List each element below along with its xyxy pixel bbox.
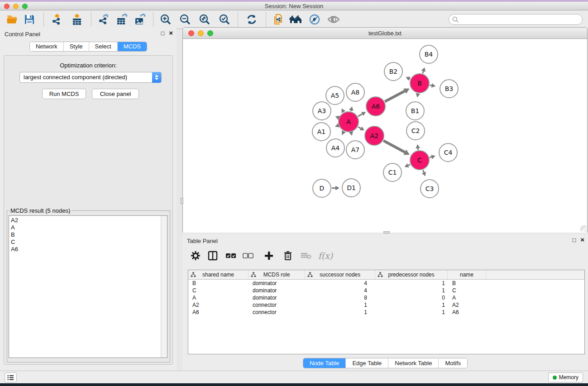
column-header-successor-nodes[interactable]: successor nodes bbox=[305, 270, 375, 279]
zoom-fit-icon bbox=[199, 14, 210, 25]
float-panel-icon[interactable]: □ bbox=[572, 237, 576, 243]
show-columns-button[interactable] bbox=[207, 250, 219, 262]
float-panel-icon[interactable]: □ bbox=[161, 30, 164, 37]
network-graph[interactable]: AA1A3A4A5A7A8A6A2BB1B2B3B4CC1C2C3C4DD1 bbox=[183, 39, 587, 233]
list-item[interactable]: C bbox=[9, 238, 167, 246]
graph-edge-A6-B[interactable] bbox=[385, 91, 405, 101]
table-row[interactable]: A6connector 11 A6 bbox=[188, 309, 584, 316]
optimization-criterion-label: Optimization criterion: bbox=[4, 62, 172, 69]
tab-edge-table[interactable]: Edge Table bbox=[345, 358, 388, 368]
graph-arrowhead bbox=[416, 93, 420, 98]
delete-table-button[interactable] bbox=[300, 250, 312, 262]
minimize-window-button[interactable] bbox=[198, 30, 204, 36]
graph-edge-C-C3[interactable] bbox=[423, 170, 424, 172]
table-row[interactable]: A2connector 11 A2 bbox=[188, 301, 584, 309]
delete-column-button[interactable] bbox=[282, 250, 294, 262]
graph-edge-B-B3[interactable] bbox=[430, 85, 432, 86]
graph-edge-A-A2[interactable] bbox=[358, 127, 361, 128]
home-button[interactable] bbox=[289, 13, 302, 26]
hide-annotations-button[interactable] bbox=[308, 13, 321, 26]
add-column-button[interactable] bbox=[263, 250, 275, 262]
task-history-button[interactable] bbox=[5, 372, 17, 382]
graph-node-label: A1 bbox=[317, 128, 325, 135]
function-builder-button[interactable]: f(x) bbox=[316, 250, 335, 262]
select-all-rows-button[interactable] bbox=[225, 250, 237, 262]
mcds-result-title: MCDS result (5 nodes) bbox=[9, 207, 72, 214]
close-panel-button[interactable]: Close panel bbox=[92, 89, 139, 99]
deselect-all-rows-button[interactable] bbox=[242, 250, 254, 262]
column-header-name[interactable]: name bbox=[448, 270, 486, 279]
export-image-button[interactable] bbox=[133, 13, 147, 26]
tab-network[interactable]: Network bbox=[30, 42, 63, 51]
network-window-title: testGlobe.txt bbox=[183, 28, 587, 39]
minimize-window-button[interactable] bbox=[13, 4, 19, 9]
network-window-controls bbox=[188, 30, 213, 36]
run-mcds-button[interactable]: Run MCDS bbox=[42, 89, 86, 99]
save-session-button[interactable] bbox=[23, 13, 36, 26]
resize-grip[interactable] bbox=[580, 225, 587, 232]
close-window-button[interactable] bbox=[4, 4, 10, 9]
status-bar: Memory bbox=[0, 371, 588, 383]
table-panel: Table Panel □ × bbox=[182, 234, 588, 371]
tab-mcds[interactable]: MCDS bbox=[117, 42, 147, 51]
panel-divider-handle[interactable] bbox=[383, 231, 390, 234]
show-details-button[interactable] bbox=[327, 13, 340, 26]
table-row[interactable]: Adominator 80 A bbox=[188, 294, 584, 301]
network-canvas[interactable]: AA1A3A4A5A7A8A6A2BB1B2B3B4CC1C2C3C4DD1 bbox=[183, 39, 587, 233]
scrollbar-track[interactable] bbox=[161, 216, 167, 357]
criterion-select[interactable]: largest connected component (directed) bbox=[19, 72, 162, 83]
zoom-window-button[interactable] bbox=[22, 4, 28, 9]
node-table: shared name MCDS role successor nodes pr… bbox=[188, 270, 585, 354]
column-header-shared-name[interactable]: shared name bbox=[188, 270, 249, 279]
open-session-button[interactable] bbox=[5, 13, 19, 26]
refresh-button[interactable] bbox=[245, 13, 258, 26]
tab-select[interactable]: Select bbox=[89, 42, 117, 51]
list-item[interactable]: A2 bbox=[9, 217, 167, 224]
column-type-icon bbox=[191, 272, 196, 277]
home-icon bbox=[289, 14, 302, 25]
zoom-in-button[interactable] bbox=[159, 13, 172, 26]
plus-icon bbox=[264, 251, 273, 260]
graph-edge-C-C1[interactable] bbox=[408, 164, 410, 165]
clone-network-button[interactable] bbox=[272, 13, 285, 26]
table-row[interactable]: Cdominator 41 C bbox=[188, 287, 584, 294]
list-item[interactable]: B bbox=[9, 231, 167, 238]
list-item[interactable]: A bbox=[9, 224, 167, 231]
column-header-predecessor-nodes[interactable]: predecessor nodes bbox=[375, 270, 448, 279]
import-network-button[interactable] bbox=[50, 13, 64, 26]
list-item[interactable]: A6 bbox=[9, 246, 167, 253]
graph-edge-C-C4[interactable] bbox=[430, 157, 431, 157]
export-table-icon bbox=[116, 14, 128, 25]
zoom-out-button[interactable] bbox=[178, 13, 192, 26]
graph-arrowhead bbox=[431, 83, 436, 88]
tab-style[interactable]: Style bbox=[63, 42, 89, 51]
graph-node-label: A bbox=[346, 118, 351, 125]
search-input[interactable] bbox=[449, 14, 583, 25]
graph-edge-B-B4[interactable] bbox=[423, 71, 424, 73]
export-network-button[interactable] bbox=[97, 13, 110, 26]
export-table-button[interactable] bbox=[115, 13, 129, 26]
graph-edge-B-B2[interactable] bbox=[410, 79, 410, 79]
import-table-button[interactable] bbox=[70, 13, 84, 26]
panel-divider-handle[interactable] bbox=[181, 198, 183, 204]
tab-node-table[interactable]: Node Table bbox=[303, 358, 346, 368]
close-window-button[interactable] bbox=[188, 30, 194, 36]
tab-motifs[interactable]: Motifs bbox=[438, 358, 467, 368]
column-header-mcds-role[interactable]: MCDS role bbox=[249, 270, 305, 279]
close-panel-icon[interactable]: × bbox=[169, 30, 173, 37]
graph-arrowhead bbox=[335, 186, 339, 191]
graph-node-label: A7 bbox=[351, 146, 359, 153]
close-panel-icon[interactable]: × bbox=[580, 237, 584, 243]
tab-network-table[interactable]: Network Table bbox=[388, 358, 438, 368]
graph-edge-A-A6[interactable] bbox=[358, 114, 363, 116]
table-row[interactable]: Bdominator 41 B bbox=[188, 280, 584, 287]
graph-node-label: A4 bbox=[331, 144, 340, 152]
graph-edge-A2-C[interactable] bbox=[383, 141, 405, 152]
zoom-window-button[interactable] bbox=[207, 30, 213, 36]
memory-button[interactable]: Memory bbox=[548, 372, 583, 382]
zoom-selected-button[interactable] bbox=[218, 13, 231, 26]
table-settings-button[interactable] bbox=[190, 250, 201, 262]
clone-document-icon bbox=[272, 14, 284, 25]
zoom-in-icon bbox=[160, 14, 172, 25]
zoom-fit-button[interactable] bbox=[198, 13, 211, 26]
